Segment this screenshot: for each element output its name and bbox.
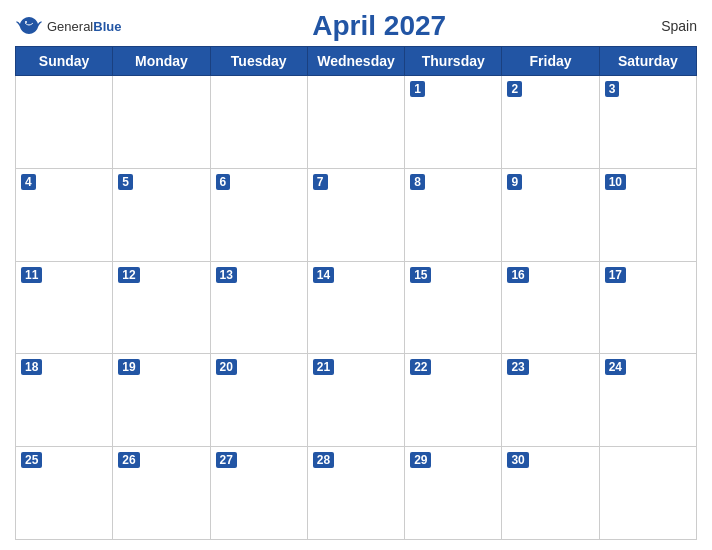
date-number: 16	[507, 267, 528, 283]
calendar-week-row: 252627282930	[16, 447, 697, 540]
date-number: 19	[118, 359, 139, 375]
day-header-friday: Friday	[502, 47, 599, 76]
date-number: 14	[313, 267, 334, 283]
date-number: 9	[507, 174, 522, 190]
date-number: 8	[410, 174, 425, 190]
calendar-cell: 16	[502, 261, 599, 354]
calendar-table: Sunday Monday Tuesday Wednesday Thursday…	[15, 46, 697, 540]
calendar-cell: 3	[599, 76, 696, 169]
calendar-cell: 4	[16, 168, 113, 261]
date-number: 15	[410, 267, 431, 283]
calendar-cell: 30	[502, 447, 599, 540]
calendar-cell: 14	[307, 261, 404, 354]
svg-point-0	[25, 21, 27, 23]
logo: GeneralBlue	[15, 15, 121, 37]
calendar-cell: 20	[210, 354, 307, 447]
calendar-cell: 19	[113, 354, 210, 447]
day-header-monday: Monday	[113, 47, 210, 76]
calendar-cell: 11	[16, 261, 113, 354]
calendar-body: 1234567891011121314151617181920212223242…	[16, 76, 697, 540]
calendar-cell: 10	[599, 168, 696, 261]
date-number: 30	[507, 452, 528, 468]
date-number: 2	[507, 81, 522, 97]
date-number: 29	[410, 452, 431, 468]
day-header-thursday: Thursday	[405, 47, 502, 76]
logo-blue: Blue	[93, 19, 121, 34]
calendar-cell: 25	[16, 447, 113, 540]
date-number: 5	[118, 174, 133, 190]
date-number: 10	[605, 174, 626, 190]
date-number: 7	[313, 174, 328, 190]
calendar-cell: 17	[599, 261, 696, 354]
calendar-week-row: 123	[16, 76, 697, 169]
calendar-cell: 13	[210, 261, 307, 354]
date-number: 13	[216, 267, 237, 283]
calendar-title: April 2027	[121, 10, 637, 42]
calendar-cell: 8	[405, 168, 502, 261]
calendar-cell: 15	[405, 261, 502, 354]
calendar-week-row: 18192021222324	[16, 354, 697, 447]
date-number: 12	[118, 267, 139, 283]
logo-text: GeneralBlue	[47, 17, 121, 35]
calendar-cell: 2	[502, 76, 599, 169]
date-number: 17	[605, 267, 626, 283]
day-header-sunday: Sunday	[16, 47, 113, 76]
date-number: 21	[313, 359, 334, 375]
calendar-cell: 12	[113, 261, 210, 354]
date-number: 11	[21, 267, 42, 283]
calendar-cell: 26	[113, 447, 210, 540]
calendar-cell	[307, 76, 404, 169]
date-number: 27	[216, 452, 237, 468]
calendar-cell: 9	[502, 168, 599, 261]
calendar-cell: 28	[307, 447, 404, 540]
day-header-saturday: Saturday	[599, 47, 696, 76]
date-number: 3	[605, 81, 620, 97]
date-number: 23	[507, 359, 528, 375]
date-number: 4	[21, 174, 36, 190]
date-number: 24	[605, 359, 626, 375]
calendar-cell: 6	[210, 168, 307, 261]
calendar-cell	[210, 76, 307, 169]
date-number: 22	[410, 359, 431, 375]
date-number: 25	[21, 452, 42, 468]
calendar-cell: 29	[405, 447, 502, 540]
calendar-cell	[113, 76, 210, 169]
day-header-tuesday: Tuesday	[210, 47, 307, 76]
calendar-cell	[599, 447, 696, 540]
calendar-cell	[16, 76, 113, 169]
date-number: 6	[216, 174, 231, 190]
calendar-cell: 23	[502, 354, 599, 447]
calendar-week-row: 45678910	[16, 168, 697, 261]
country-label: Spain	[637, 18, 697, 34]
date-number: 1	[410, 81, 425, 97]
calendar-cell: 7	[307, 168, 404, 261]
header: GeneralBlue April 2027 Spain	[15, 10, 697, 42]
date-number: 26	[118, 452, 139, 468]
date-number: 18	[21, 359, 42, 375]
date-number: 28	[313, 452, 334, 468]
logo-general: General	[47, 19, 93, 34]
calendar-cell: 24	[599, 354, 696, 447]
date-number: 20	[216, 359, 237, 375]
calendar-cell: 5	[113, 168, 210, 261]
calendar-cell: 18	[16, 354, 113, 447]
logo-bird-icon	[15, 15, 43, 37]
calendar-cell: 22	[405, 354, 502, 447]
days-header-row: Sunday Monday Tuesday Wednesday Thursday…	[16, 47, 697, 76]
calendar-week-row: 11121314151617	[16, 261, 697, 354]
calendar-cell: 27	[210, 447, 307, 540]
calendar-cell: 21	[307, 354, 404, 447]
day-header-wednesday: Wednesday	[307, 47, 404, 76]
calendar-cell: 1	[405, 76, 502, 169]
